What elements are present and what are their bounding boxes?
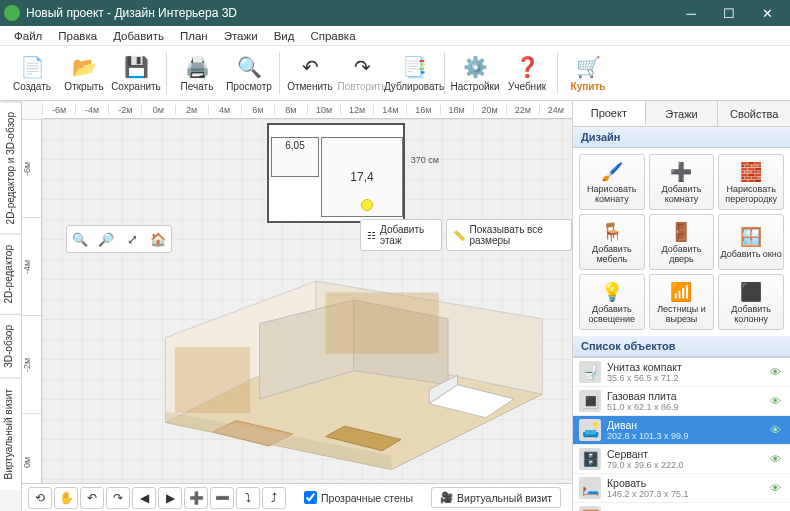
toolbar-print-button[interactable]: 🖨️Печать [171,48,223,98]
card-stairs[interactable]: 📶Лестницы и вырезы [649,274,715,330]
add-furniture-icon: 🪑 [600,220,624,244]
redo-icon: ↷ [350,55,374,79]
card-draw-wall[interactable]: 🧱Нарисовать перегородку [718,154,784,210]
visibility-icon[interactable]: 👁 [770,424,784,436]
object-icon: 🛋️ [579,419,601,441]
card-add-furniture[interactable]: 🪑Добавить мебель [579,214,645,270]
room-a-label: 6,05 [271,137,319,177]
preview-icon: 🔍 [237,55,261,79]
toolbar-create-button[interactable]: 📄Создать [6,48,58,98]
iso-render [102,234,568,479]
plan-2d[interactable]: 6,05 17,4 370 см [267,123,405,223]
menu-1[interactable]: Правка [50,28,105,44]
tilt-down-icon[interactable]: ⤵ [236,487,260,509]
object-row-2[interactable]: 🛋️Диван202.8 x 101.3 x 99.9👁 [573,416,790,445]
zoom-out-3d-icon[interactable]: ➖ [210,487,234,509]
object-icon: 🗄️ [579,448,601,470]
add-column-icon: ⬛ [739,280,763,304]
close-button[interactable]: ✕ [748,0,786,26]
objects-section-header: Список объектов [573,336,790,357]
right-panel: ПроектЭтажиСвойства Дизайн 🖌️Нарисовать … [572,101,790,511]
menu-0[interactable]: Файл [6,28,50,44]
rotate-right-icon[interactable]: ▶ [158,487,182,509]
visibility-icon[interactable]: 👁 [770,482,784,494]
vertical-tabs: 2D-редактор и 3D-обзор2D-редактор3D-обзо… [0,101,22,511]
rotate-left-icon[interactable]: ◀ [132,487,156,509]
rtab-2[interactable]: Свойства [718,101,790,126]
card-add-door[interactable]: 🚪Добавить дверь [649,214,715,270]
visibility-icon[interactable]: 👁 [770,453,784,465]
toolbar-manual-button[interactable]: ❓Учебник [501,48,553,98]
object-row-1[interactable]: 🔳Газовая плита51.0 x 62.1 x 86.9👁 [573,387,790,416]
canvas[interactable]: 6,05 17,4 370 см 🔍 🔎 ⤢ 🏠 ☷Добавить этаж … [42,119,572,483]
visibility-icon[interactable]: 👁 [770,366,784,378]
toolbar-preview-button[interactable]: 🔍Просмотр [223,48,275,98]
svg-rect-6 [326,292,439,353]
card-draw-room[interactable]: 🖌️Нарисовать комнату [579,154,645,210]
card-add-light[interactable]: 💡Добавить освещение [579,274,645,330]
menu-5[interactable]: Вид [266,28,303,44]
window-title: Новый проект - Дизайн Интерьера 3D [26,6,672,20]
add-room-icon: ➕ [669,160,693,184]
svg-rect-5 [175,347,250,413]
object-icon: 🔳 [579,390,601,412]
toolbar-settings-button[interactable]: ⚙️Настройки [449,48,501,98]
minimize-button[interactable]: ─ [672,0,710,26]
stairs-icon: 📶 [669,280,693,304]
object-row-3[interactable]: 🗄️Сервант79.0 x 39.6 x 222.0👁 [573,445,790,474]
add-light-icon: 💡 [600,280,624,304]
object-row-0[interactable]: 🚽Унитаз компакт35.6 x 56.5 x 71.2👁 [573,358,790,387]
ruler-vertical: -6м-4м-2м0м [22,119,42,511]
view-360-icon[interactable]: ⟲ [28,487,52,509]
visibility-icon[interactable]: 👁 [770,395,784,407]
vtab-1[interactable]: 2D-редактор [0,234,21,314]
toolbar-buy-button[interactable]: 🛒Купить [562,48,614,98]
menu-4[interactable]: Этажи [216,28,266,44]
create-icon: 📄 [20,55,44,79]
draw-wall-icon: 🧱 [739,160,763,184]
design-grid: 🖌️Нарисовать комнату➕Добавить комнату🧱На… [573,148,790,336]
rtab-0[interactable]: Проект [573,101,646,126]
toolbar-undo-button[interactable]: ↶Отменить [284,48,336,98]
object-row-4[interactable]: 🛏️Кровать146.2 x 207.3 x 75.1👁 [573,474,790,503]
vtab-2[interactable]: 3D-обзор [0,314,21,378]
pan-icon[interactable]: ✋ [54,487,78,509]
view-3d[interactable] [102,234,568,479]
maximize-button[interactable]: ☐ [710,0,748,26]
menu-3[interactable]: План [172,28,216,44]
toolbar-save-button[interactable]: 💾Сохранить [110,48,162,98]
camera-dot[interactable] [361,199,373,211]
card-add-column[interactable]: ⬛Добавить колонну [718,274,784,330]
open-icon: 📂 [72,55,96,79]
zoom-out-icon[interactable]: 🔍 [69,228,91,250]
work-area: -6м-4м-2м0м2м4м6м8м10м12м14м16м18м20м22м… [22,101,572,511]
menu-2[interactable]: Добавить [105,28,172,44]
save-icon: 💾 [124,55,148,79]
vtab-3[interactable]: Виртуальный визит [0,378,21,490]
settings-icon: ⚙️ [463,55,487,79]
undo-icon: ↶ [298,55,322,79]
tilt-up-icon[interactable]: ⤴ [262,487,286,509]
transparent-walls-input[interactable] [304,491,317,504]
toolbar-duplicate-button[interactable]: 📑Дублировать [388,48,440,98]
bottom-toolbar: ⟲ ✋ ↶ ↷ ◀ ▶ ➕ ➖ ⤵ ⤴ Прозрачные стены 🎥 В… [22,483,572,511]
rtab-1[interactable]: Этажи [646,101,719,126]
zoom-in-3d-icon[interactable]: ➕ [184,487,208,509]
transparent-walls-checkbox[interactable]: Прозрачные стены [304,491,413,504]
duplicate-icon: 📑 [402,55,426,79]
card-add-room[interactable]: ➕Добавить комнату [649,154,715,210]
card-add-window[interactable]: 🪟Добавить окно [718,214,784,270]
redo-view-icon[interactable]: ↷ [106,487,130,509]
object-list: 🚽Унитаз компакт35.6 x 56.5 x 71.2👁🔳Газов… [573,357,790,511]
virtual-visit-button[interactable]: 🎥 Виртуальный визит [431,487,561,508]
vtab-0[interactable]: 2D-редактор и 3D-обзор [0,101,21,234]
app-icon [4,5,20,21]
object-row-5[interactable]: 🪟Двойное окно👁 [573,503,790,511]
toolbar-redo-button: ↷Повторить [336,48,388,98]
menu-6[interactable]: Справка [302,28,363,44]
toolbar-open-button[interactable]: 📂Открыть [58,48,110,98]
object-icon: 🚽 [579,361,601,383]
undo-view-icon[interactable]: ↶ [80,487,104,509]
add-window-icon: 🪟 [739,225,763,249]
menubar: ФайлПравкаДобавитьПланЭтажиВидСправка [0,26,790,46]
